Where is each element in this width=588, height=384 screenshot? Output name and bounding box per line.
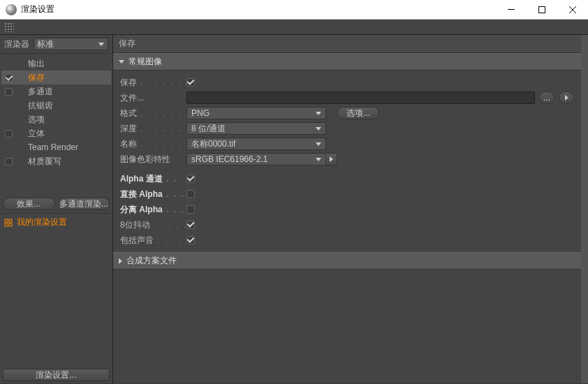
row-dither: 8位抖动 . . . . . (120, 217, 574, 232)
save-checkbox[interactable] (186, 78, 195, 87)
sidebar-item-output[interactable]: 输出 (1, 57, 111, 71)
sidebar-item-stereo[interactable]: 立体 (1, 126, 111, 140)
dither-checkbox[interactable] (186, 221, 195, 229)
content-empty (113, 269, 581, 383)
preset-icon (4, 219, 13, 227)
sidebar-item-save[interactable]: 保存 (1, 71, 111, 84)
row-alpha: Alpha 通道 . . (120, 171, 574, 186)
format-select[interactable]: PNG (186, 107, 326, 119)
svg-rect-4 (5, 219, 8, 222)
panel-body: 保存 . . . . . . . 文件... ... 格式 . . . . . … (113, 71, 581, 252)
content-title: 保存 (113, 35, 581, 53)
preset-row[interactable]: 我的渲染设置 (0, 213, 112, 231)
renderer-select[interactable]: 标准 (34, 38, 108, 50)
app-icon (6, 4, 17, 15)
depth-select[interactable]: 8 位/通道 (186, 122, 326, 135)
row-depth: 深度 . . . . . . . 8 位/通道 (120, 121, 574, 136)
chevron-down-icon (119, 60, 124, 64)
sidebar-buttons: 效果... 多通道渲染... (0, 195, 112, 213)
svg-rect-5 (9, 219, 12, 222)
svg-rect-6 (5, 223, 8, 226)
minimize-button[interactable] (496, 0, 527, 20)
sound-checkbox[interactable] (186, 236, 195, 244)
sidebar-item-teamrender[interactable]: Team Render (1, 140, 111, 154)
checkbox-icon[interactable] (5, 74, 13, 82)
name-select[interactable]: 名称0000.tif (186, 138, 326, 150)
checkbox-icon[interactable] (5, 88, 13, 96)
window-title: 渲染设置 (21, 3, 496, 15)
preset-label: 我的渲染设置 (17, 216, 67, 228)
sidebar-footer: 渲染设置... (0, 367, 112, 383)
chevron-right-icon (119, 258, 122, 264)
sidebar-list: 输出 保存 多通道 抗锯齿 选项 立体 Team Render 材质覆写 (0, 54, 112, 195)
separate-alpha-checkbox[interactable] (186, 205, 195, 214)
svg-rect-0 (508, 9, 515, 10)
sidebar: 渲染器 标准 输出 保存 多通道 抗锯齿 选项 立体 Team Render 材… (0, 35, 113, 383)
grip-icon (4, 22, 14, 32)
row-sound: 包括声音 . . . . . (120, 232, 574, 248)
render-settings-button[interactable]: 渲染设置... (3, 369, 110, 381)
close-button[interactable] (557, 0, 588, 20)
row-file: 文件... ... (120, 90, 574, 105)
main-area: 渲染器 标准 输出 保存 多通道 抗锯齿 选项 立体 Team Render 材… (0, 35, 588, 383)
colorprofile-arrow-button[interactable] (326, 153, 337, 165)
row-straight-alpha: 直接 Alpha . . . (120, 186, 574, 202)
renderer-row: 渲染器 标准 (0, 35, 112, 54)
effects-button[interactable]: 效果... (3, 198, 55, 210)
sidebar-item-antialias[interactable]: 抗锯齿 (1, 98, 111, 112)
alpha-checkbox[interactable] (186, 175, 195, 183)
panel-regular-image[interactable]: 常规图像 (113, 53, 581, 71)
row-save: 保存 . . . . . . . (120, 75, 574, 90)
toolbar (0, 20, 588, 35)
checkbox-icon[interactable] (5, 158, 13, 165)
row-format: 格式 . . . . . . . PNG 选项... (120, 105, 574, 121)
row-separate-alpha: 分离 Alpha . . . (120, 202, 574, 217)
content: 保存 常规图像 保存 . . . . . . . 文件... ... 格式 . … (113, 35, 581, 383)
multipass-button[interactable]: 多通道渲染... (58, 198, 110, 210)
checkbox-icon[interactable] (5, 130, 13, 138)
panel-compositing[interactable]: 合成方案文件 (113, 252, 581, 269)
format-options-button[interactable]: 选项... (337, 107, 379, 119)
file-input[interactable] (186, 91, 535, 104)
svg-rect-1 (539, 6, 545, 13)
straight-alpha-checkbox[interactable] (186, 190, 195, 198)
sidebar-item-options[interactable]: 选项 (1, 112, 111, 126)
colorprofile-field[interactable]: sRGB IEC61966-2.1 (186, 153, 326, 165)
sidebar-item-multipass[interactable]: 多通道 (1, 84, 111, 98)
titlebar: 渲染设置 (0, 0, 588, 20)
sidebar-item-matoverride[interactable]: 材质覆写 (1, 154, 111, 168)
browse-button[interactable]: ... (539, 91, 554, 104)
row-colorprofile: 图像色彩特性 sRGB IEC61966-2.1 (120, 152, 574, 167)
file-arrow-button[interactable] (559, 91, 574, 104)
svg-rect-7 (9, 223, 12, 226)
renderer-label: 渲染器 (4, 38, 29, 50)
maximize-button[interactable] (527, 0, 557, 20)
right-edge (581, 35, 588, 383)
row-name: 名称 . . . . . . . 名称0000.tif (120, 136, 574, 152)
